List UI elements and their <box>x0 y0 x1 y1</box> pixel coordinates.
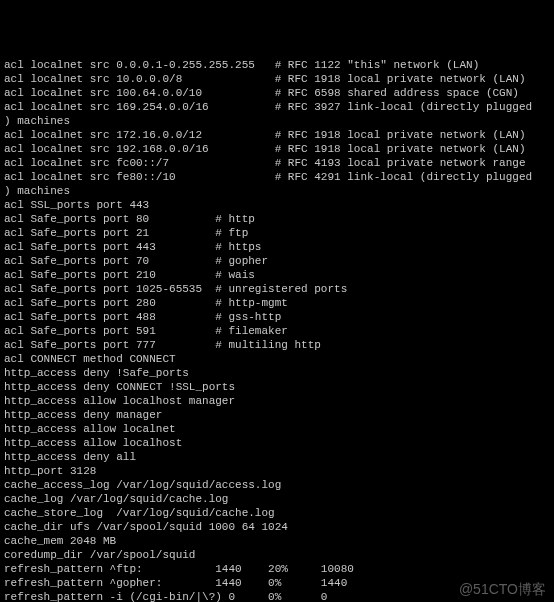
terminal-output[interactable]: acl localnet src 0.0.0.1-0.255.255.255 #… <box>4 58 550 602</box>
config-line: acl CONNECT method CONNECT <box>4 352 550 366</box>
config-line: acl localnet src fe80::/10 # RFC 4291 li… <box>4 170 550 184</box>
config-line: refresh_pattern ^ftp: 1440 20% 10080 <box>4 562 550 576</box>
config-line: acl localnet src 172.16.0.0/12 # RFC 191… <box>4 128 550 142</box>
config-line: acl Safe_ports port 1025-65535 # unregis… <box>4 282 550 296</box>
config-line: acl Safe_ports port 70 # gopher <box>4 254 550 268</box>
config-line: http_port 3128 <box>4 464 550 478</box>
config-line: http_access deny CONNECT !SSL_ports <box>4 380 550 394</box>
config-line: cache_mem 2048 MB <box>4 534 550 548</box>
config-line: acl Safe_ports port 591 # filemaker <box>4 324 550 338</box>
config-line: acl SSL_ports port 443 <box>4 198 550 212</box>
config-line: acl Safe_ports port 280 # http-mgmt <box>4 296 550 310</box>
config-line: http_access deny all <box>4 450 550 464</box>
config-line: cache_access_log /var/log/squid/access.l… <box>4 478 550 492</box>
config-line: acl localnet src 100.64.0.0/10 # RFC 659… <box>4 86 550 100</box>
config-line: acl Safe_ports port 21 # ftp <box>4 226 550 240</box>
config-line: acl Safe_ports port 777 # multiling http <box>4 338 550 352</box>
config-line: http_access deny manager <box>4 408 550 422</box>
config-line: acl localnet src 0.0.0.1-0.255.255.255 #… <box>4 58 550 72</box>
config-line: acl localnet src 192.168.0.0/16 # RFC 19… <box>4 142 550 156</box>
config-line: cache_store_log /var/log/squid/cache.log <box>4 506 550 520</box>
config-line: http_access allow localnet <box>4 422 550 436</box>
config-line: ) machines <box>4 184 550 198</box>
config-line: coredump_dir /var/spool/squid <box>4 548 550 562</box>
config-line: http_access deny !Safe_ports <box>4 366 550 380</box>
config-line: acl Safe_ports port 80 # http <box>4 212 550 226</box>
config-line: cache_log /var/log/squid/cache.log <box>4 492 550 506</box>
config-line: http_access allow localhost manager <box>4 394 550 408</box>
config-line: acl localnet src fc00::/7 # RFC 4193 loc… <box>4 156 550 170</box>
config-line: acl Safe_ports port 488 # gss-http <box>4 310 550 324</box>
config-line: acl localnet src 10.0.0.0/8 # RFC 1918 l… <box>4 72 550 86</box>
config-line: ) machines <box>4 114 550 128</box>
config-line: acl localnet src 169.254.0.0/16 # RFC 39… <box>4 100 550 114</box>
watermark-text: @51CTO博客 <box>459 582 546 596</box>
config-line: http_access allow localhost <box>4 436 550 450</box>
config-line: acl Safe_ports port 210 # wais <box>4 268 550 282</box>
config-line: cache_dir ufs /var/spool/squid 1000 64 1… <box>4 520 550 534</box>
config-line: acl Safe_ports port 443 # https <box>4 240 550 254</box>
